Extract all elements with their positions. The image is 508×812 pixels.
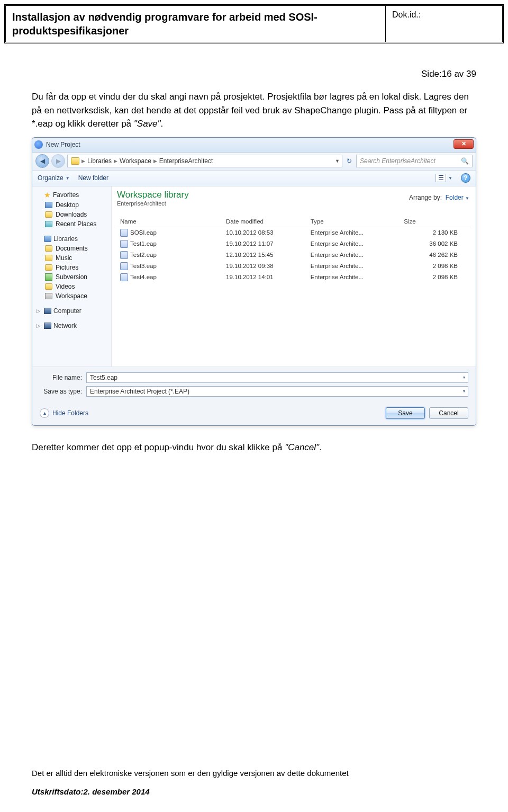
paragraph-1-text: Du får da opp et vindu der du skal angi … — [32, 92, 469, 129]
chevron-right-icon: ▶ — [153, 158, 157, 164]
search-placeholder: Search EnterpriseArchitect — [360, 157, 436, 165]
view-icon: ☰ — [436, 174, 446, 182]
cell-type: Enterprise Archite... — [307, 249, 401, 261]
search-input[interactable]: Search EnterpriseArchitect 🔍 — [356, 155, 473, 167]
chevron-right-icon: ▶ — [81, 158, 85, 164]
close-button[interactable]: ✕ — [453, 139, 474, 149]
save-label: Save — [398, 409, 412, 417]
nav-back-button[interactable]: ◀ — [35, 154, 49, 168]
filename-value: Test5.eap — [90, 374, 117, 381]
paragraph-2-tail: . — [319, 442, 322, 452]
sidebar-item-pictures[interactable]: Pictures — [34, 263, 109, 272]
cancel-label: Cancel — [439, 409, 458, 417]
sidebar-label: Pictures — [56, 264, 78, 271]
sidebar-group-computer[interactable]: ▷ Computer — [34, 306, 109, 316]
col-size[interactable]: Size — [401, 216, 470, 227]
new-folder-label: New folder — [78, 174, 108, 182]
breadcrumb-item[interactable]: Libraries — [87, 157, 112, 165]
documents-icon — [45, 245, 52, 252]
table-row[interactable]: Test3.eap 19.10.2012 09:38 Enterprise Ar… — [117, 261, 470, 272]
paragraph-2: Deretter kommer det opp et popup-vindu h… — [32, 441, 476, 454]
cell-date: 12.10.2012 15:45 — [223, 249, 307, 261]
hide-folders-label: Hide Folders — [52, 409, 88, 417]
sidebar-item-desktop[interactable]: Desktop — [34, 200, 109, 210]
arrange-by[interactable]: Arrange by: Folder ▼ — [409, 194, 469, 201]
help-button[interactable]: ? — [461, 173, 470, 183]
sidebar-label: Subversion — [56, 273, 87, 281]
refresh-icon[interactable]: ↻ — [344, 156, 354, 166]
filename-input[interactable]: Test5.eap ▾ — [86, 372, 468, 383]
libraries-icon — [44, 236, 51, 242]
collapse-icon: ▷ — [37, 308, 42, 314]
hide-folders-button[interactable]: ▴ Hide Folders — [40, 408, 88, 418]
workspace-icon — [45, 293, 52, 299]
subversion-icon — [45, 273, 52, 281]
paragraph-2-text: Deretter kommer det opp et popup-vindu h… — [32, 442, 285, 452]
table-row[interactable]: Test2.eap 12.10.2012 15:45 Enterprise Ar… — [117, 249, 470, 261]
file-icon — [120, 240, 128, 248]
organize-button[interactable]: Organize ▼ — [38, 174, 70, 182]
col-name[interactable]: Name — [117, 216, 223, 227]
star-icon: ★ — [44, 191, 51, 199]
app-icon — [34, 140, 43, 149]
save-dialog: New Project ✕ ◀ ▶ ▶ Libraries ▶ Workspac… — [32, 137, 476, 426]
sidebar-item-videos[interactable]: Videos — [34, 282, 109, 291]
chevron-down-icon[interactable]: ▼ — [335, 158, 340, 164]
col-date[interactable]: Date modified — [223, 216, 307, 227]
new-folder-button[interactable]: New folder — [78, 174, 108, 182]
table-header-row: Name Date modified Type Size — [117, 216, 470, 227]
sidebar-item-documents[interactable]: Documents — [34, 244, 109, 253]
arrange-value: Folder — [446, 194, 464, 201]
cell-size: 36 002 KB — [401, 238, 470, 249]
cell-type: Enterprise Archite... — [307, 261, 401, 272]
filename-label: File name: — [40, 374, 82, 381]
chevron-down-icon: ▼ — [66, 176, 70, 181]
footer-date-value: 2. desember 2014 — [84, 787, 150, 796]
breadcrumb-item[interactable]: EnterpriseArchitect — [159, 157, 213, 165]
breadcrumb[interactable]: ▶ Libraries ▶ Workspace ▶ EnterpriseArch… — [67, 155, 342, 167]
cancel-button[interactable]: Cancel — [429, 407, 468, 419]
page-number: Side:16 av 39 — [32, 69, 476, 79]
sidebar-label: Computer — [53, 307, 81, 315]
savetype-select[interactable]: Enterprise Architect Project (*.EAP) ▾ — [86, 386, 468, 397]
arrange-label: Arrange by: — [409, 194, 442, 201]
cell-type: Enterprise Archite... — [307, 272, 401, 283]
dokid-label: Dok.id.: — [386, 6, 502, 42]
table-row[interactable]: Test1.eap 19.10.2012 11:07 Enterprise Ar… — [117, 238, 470, 249]
network-icon — [44, 323, 51, 329]
table-row[interactable]: Test4.eap 19.10.2012 14:01 Enterprise Ar… — [117, 272, 470, 283]
sidebar-group-libraries[interactable]: Libraries — [34, 234, 109, 244]
breadcrumb-item[interactable]: Workspace — [120, 157, 151, 165]
sidebar-item-downloads[interactable]: Downloads — [34, 210, 109, 219]
cell-name: Test1.eap — [130, 240, 157, 246]
view-button[interactable]: ☰ ▼ — [436, 174, 452, 182]
footer-date: Utskriftsdato:2. desember 2014 — [32, 787, 476, 796]
sidebar-group-network[interactable]: ▷ Network — [34, 321, 109, 331]
cell-name: Test3.eap — [130, 262, 157, 269]
cell-date: 19.10.2012 11:07 — [223, 238, 307, 249]
sidebar-item-recent[interactable]: Recent Places — [34, 219, 109, 229]
cell-size: 46 262 KB — [401, 249, 470, 261]
file-icon — [120, 251, 128, 259]
sidebar-item-subversion[interactable]: Subversion — [34, 272, 109, 282]
col-type[interactable]: Type — [307, 216, 401, 227]
file-table: Name Date modified Type Size SOSI.eap 10… — [117, 216, 470, 283]
sidebar-item-workspace[interactable]: Workspace — [34, 291, 109, 301]
cell-type: Enterprise Archite... — [307, 238, 401, 249]
save-button[interactable]: Save — [386, 407, 425, 419]
cell-size: 2 098 KB — [401, 261, 470, 272]
cell-name: Test2.eap — [130, 251, 157, 257]
cell-name: SOSI.eap — [130, 229, 157, 235]
collapse-icon: ▷ — [37, 323, 42, 328]
sidebar-group-favorites[interactable]: ★ Favorites — [34, 190, 109, 200]
music-icon — [45, 255, 52, 261]
footer-date-label: Utskriftsdato: — [32, 787, 84, 796]
sidebar-item-music[interactable]: Music — [34, 253, 109, 263]
paragraph-1-tail: . — [161, 119, 164, 129]
chevron-down-icon[interactable]: ▾ — [463, 389, 465, 394]
dialog-lower: File name: Test5.eap ▾ Save as type: Ent… — [32, 367, 476, 403]
nav-forward-button[interactable]: ▶ — [51, 154, 65, 168]
chevron-down-icon[interactable]: ▾ — [463, 375, 465, 380]
paragraph-2-quote: "Cancel" — [285, 442, 319, 452]
table-row[interactable]: SOSI.eap 10.10.2012 08:53 Enterprise Arc… — [117, 227, 470, 238]
